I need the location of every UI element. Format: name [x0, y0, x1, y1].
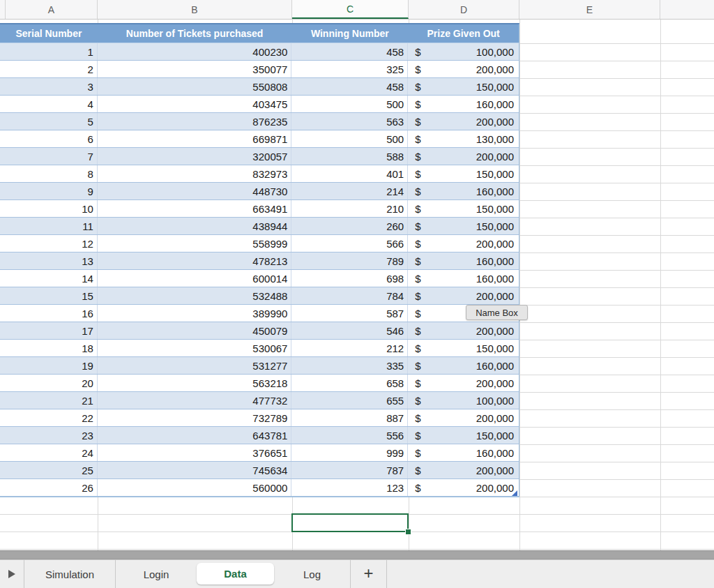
winning-cell[interactable]: 999: [291, 444, 408, 461]
tickets-cell[interactable]: 478213: [98, 252, 292, 269]
prize-cell[interactable]: $ 200,000: [408, 113, 519, 130]
table-resize-handle[interactable]: [512, 490, 517, 496]
tickets-cell[interactable]: 389990: [98, 305, 292, 322]
winning-cell[interactable]: 123: [291, 479, 408, 496]
serial-cell[interactable]: 26: [0, 479, 98, 496]
serial-cell[interactable]: 25: [0, 462, 98, 478]
tickets-cell[interactable]: 532488: [98, 287, 292, 304]
tickets-cell[interactable]: 376651: [98, 444, 292, 461]
winning-cell[interactable]: 335: [291, 357, 408, 374]
winning-cell[interactable]: 658: [291, 375, 408, 391]
tickets-cell[interactable]: 832973: [98, 165, 292, 182]
serial-cell[interactable]: 10: [0, 200, 98, 217]
sheet-tab-log[interactable]: Log: [274, 560, 351, 588]
fill-handle[interactable]: [405, 529, 411, 535]
tickets-cell[interactable]: 531277: [98, 357, 292, 374]
winning-cell[interactable]: 401: [291, 165, 408, 182]
prize-cell[interactable]: $ 200,000: [408, 375, 519, 391]
winning-cell[interactable]: 260: [291, 218, 408, 234]
column-header[interactable]: C: [292, 0, 409, 19]
serial-cell[interactable]: 7: [0, 148, 98, 165]
prize-cell[interactable]: $ 160,000: [408, 444, 519, 461]
prize-cell[interactable]: $ 150,000: [408, 200, 519, 217]
serial-cell[interactable]: 5: [0, 113, 98, 130]
serial-cell[interactable]: 22: [0, 409, 98, 426]
winning-cell[interactable]: 587: [291, 305, 408, 322]
prize-cell[interactable]: $ 150,000: [408, 340, 519, 356]
prize-cell[interactable]: $ 150,000: [408, 165, 519, 182]
winning-cell[interactable]: 789: [291, 252, 408, 269]
winning-cell[interactable]: 787: [291, 462, 408, 478]
tickets-cell[interactable]: 448730: [98, 183, 292, 199]
prize-cell[interactable]: $ 160,000: [408, 357, 519, 374]
serial-cell[interactable]: 13: [0, 252, 98, 269]
prize-cell[interactable]: $ 160,000: [408, 183, 519, 199]
prize-cell[interactable]: $ 200,000: [408, 287, 519, 304]
serial-cell[interactable]: 14: [0, 270, 98, 287]
prize-cell[interactable]: $ 160,000: [408, 270, 519, 287]
winning-cell[interactable]: 784: [291, 287, 408, 304]
tickets-cell[interactable]: 876235: [98, 113, 292, 130]
winning-cell[interactable]: 458: [291, 78, 408, 95]
winning-cell[interactable]: 214: [291, 183, 408, 199]
column-header[interactable]: B: [98, 0, 292, 19]
tickets-cell[interactable]: 745634: [98, 462, 292, 478]
winning-cell[interactable]: 210: [291, 200, 408, 217]
winning-cell[interactable]: 458: [291, 43, 408, 60]
serial-cell[interactable]: 16: [0, 305, 98, 322]
horizontal-scrollbar[interactable]: [0, 550, 714, 559]
tickets-cell[interactable]: 560000: [98, 479, 292, 496]
prize-cell[interactable]: $ 200,000: [408, 61, 519, 77]
winning-cell[interactable]: 212: [291, 340, 408, 356]
winning-cell[interactable]: 325: [291, 61, 408, 77]
serial-cell[interactable]: 4: [0, 96, 98, 112]
prize-cell[interactable]: $ 150,000: [408, 427, 519, 444]
prize-cell[interactable]: $ 200,000: [408, 148, 519, 165]
tickets-cell[interactable]: 400230: [98, 43, 292, 60]
sheet-tab-simulation[interactable]: Simulation: [24, 560, 116, 588]
serial-cell[interactable]: 19: [0, 357, 98, 374]
winning-cell[interactable]: 556: [291, 427, 408, 444]
tickets-cell[interactable]: 350077: [98, 61, 292, 77]
winning-cell[interactable]: 500: [291, 96, 408, 112]
winning-cell[interactable]: 500: [291, 130, 408, 147]
serial-cell[interactable]: 24: [0, 444, 98, 461]
prize-cell[interactable]: $ 150,000: [408, 218, 519, 234]
winning-cell[interactable]: 887: [291, 409, 408, 426]
winning-cell[interactable]: 655: [291, 392, 408, 409]
prize-cell[interactable]: $ 160,000: [408, 96, 519, 112]
column-header[interactable]: A: [6, 0, 98, 19]
tickets-cell[interactable]: 320057: [98, 148, 292, 165]
tickets-cell[interactable]: 600014: [98, 270, 292, 287]
winning-cell[interactable]: 698: [291, 270, 408, 287]
tickets-cell[interactable]: 643781: [98, 427, 292, 444]
winning-cell[interactable]: 566: [291, 235, 408, 252]
tickets-cell[interactable]: 663491: [98, 200, 292, 217]
tickets-cell[interactable]: 732789: [98, 409, 292, 426]
prize-cell[interactable]: $ 160,000: [408, 252, 519, 269]
serial-cell[interactable]: 1: [0, 43, 98, 60]
tickets-cell[interactable]: 403475: [98, 96, 292, 112]
tab-scroll-button[interactable]: [0, 560, 24, 588]
serial-cell[interactable]: 9: [0, 183, 98, 199]
winning-cell[interactable]: 588: [291, 148, 408, 165]
tickets-cell[interactable]: 563218: [98, 375, 292, 391]
prize-cell[interactable]: $ 100,000: [408, 392, 519, 409]
tickets-cell[interactable]: 669871: [98, 130, 292, 147]
serial-cell[interactable]: 8: [0, 165, 98, 182]
serial-cell[interactable]: 20: [0, 375, 98, 391]
prize-cell[interactable]: $ 150,000: [408, 78, 519, 95]
prize-cell[interactable]: $ 200,000: [408, 409, 519, 426]
tickets-cell[interactable]: 438944: [98, 218, 292, 234]
tickets-cell[interactable]: 558999: [98, 235, 292, 252]
tickets-cell[interactable]: 450079: [98, 322, 292, 339]
serial-cell[interactable]: 18: [0, 340, 98, 356]
add-sheet-button[interactable]: +: [351, 560, 387, 588]
prize-cell[interactable]: $ 200,000: [408, 462, 519, 478]
serial-cell[interactable]: 17: [0, 322, 98, 339]
serial-cell[interactable]: 11: [0, 218, 98, 234]
winning-cell[interactable]: 563: [291, 113, 408, 130]
column-header[interactable]: E: [519, 0, 660, 19]
serial-cell[interactable]: 3: [0, 78, 98, 95]
tickets-cell[interactable]: 530067: [98, 340, 292, 356]
